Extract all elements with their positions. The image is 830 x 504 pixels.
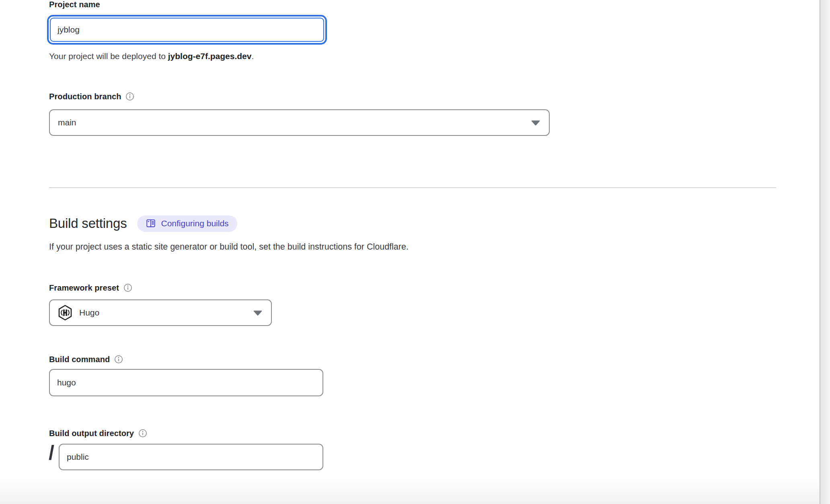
project-name-input[interactable]: [50, 18, 324, 42]
caret-down-icon: [531, 120, 541, 125]
path-root-slash: /: [49, 440, 54, 465]
framework-preset-label-row: Framework preset: [49, 283, 132, 293]
framework-preset-value: Hugo: [79, 308, 99, 318]
info-icon[interactable]: [114, 355, 123, 364]
build-output-directory-label-row: Build output directory: [49, 428, 147, 438]
pages-project-setup-form: Project name Your project will be deploy…: [0, 0, 830, 504]
build-settings-heading-row: Build settings Configuring builds: [49, 214, 237, 233]
bottom-fade: [0, 480, 830, 504]
info-icon[interactable]: [138, 429, 147, 438]
production-branch-value: main: [58, 118, 76, 127]
framework-preset-select[interactable]: Hugo: [49, 299, 272, 326]
deploy-note-domain: jyblog-e7f.pages.dev: [168, 51, 252, 61]
configuring-builds-label: Configuring builds: [161, 219, 228, 228]
build-command-label: Build command: [49, 354, 110, 364]
production-branch-label-row: Production branch: [49, 92, 134, 101]
info-icon[interactable]: [125, 92, 134, 101]
configuring-builds-link[interactable]: Configuring builds: [137, 215, 237, 232]
hugo-logo-icon: [58, 305, 72, 321]
build-settings-description: If your project uses a static site gener…: [49, 241, 409, 253]
build-output-directory-label: Build output directory: [49, 428, 134, 438]
deploy-note-suffix: .: [251, 51, 254, 61]
deploy-note: Your project will be deployed to jyblog-…: [49, 51, 254, 62]
build-settings-heading: Build settings: [49, 216, 127, 231]
project-name-input-wrap: [47, 15, 327, 45]
build-command-label-row: Build command: [49, 354, 123, 364]
info-icon[interactable]: [123, 283, 132, 292]
project-name-label: Project name: [49, 0, 100, 9]
build-command-input[interactable]: [49, 369, 323, 396]
vertical-scrollbar[interactable]: [820, 0, 830, 504]
caret-down-icon: [253, 310, 263, 316]
build-output-directory-input[interactable]: [59, 444, 323, 470]
section-divider: [49, 187, 776, 188]
production-branch-label: Production branch: [49, 92, 121, 101]
deploy-note-prefix: Your project will be deployed to: [49, 51, 168, 61]
framework-preset-label: Framework preset: [49, 283, 119, 293]
production-branch-select[interactable]: main: [49, 109, 550, 136]
book-open-icon: [146, 218, 156, 229]
